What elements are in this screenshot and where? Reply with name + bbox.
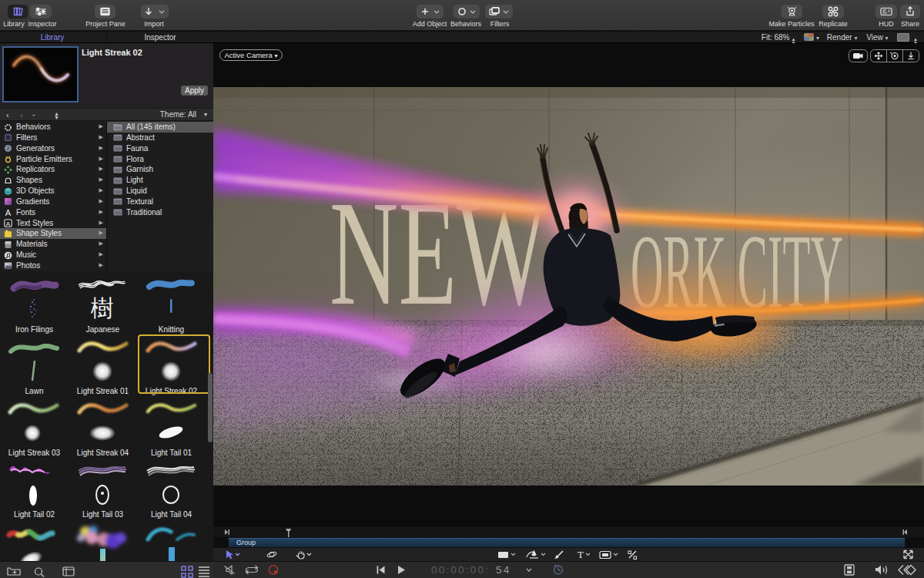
svg-text:00:00:00:: 00:00:00: bbox=[431, 564, 490, 576]
svg-text:A: A bbox=[6, 220, 11, 227]
svg-text:A: A bbox=[5, 208, 12, 217]
svg-text:2: 2 bbox=[7, 146, 10, 151]
svg-text:樹: 樹 bbox=[90, 295, 114, 321]
svg-text:T: T bbox=[578, 549, 584, 560]
svg-text:54: 54 bbox=[496, 564, 511, 576]
